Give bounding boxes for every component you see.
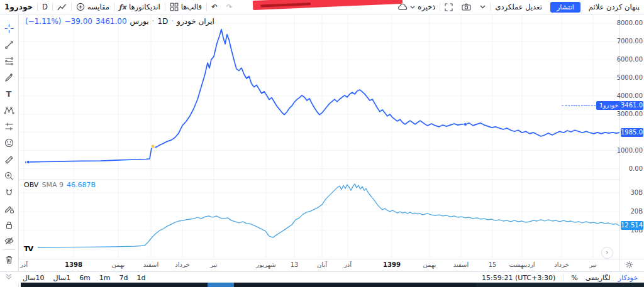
collapse-panel-button[interactable]: [4, 272, 13, 281]
legend-exchange: بورس: [130, 17, 149, 26]
legend-separator: ·: [171, 17, 174, 26]
trend-line-tool-button[interactable]: [2, 38, 16, 51]
indicators-label: اندیکاتورها: [129, 3, 160, 11]
auto-scale-button[interactable]: خودکار: [618, 274, 638, 282]
redo-button[interactable]: ↷: [222, 0, 237, 14]
log-scale-button[interactable]: لگاریتمی: [586, 274, 611, 282]
remove-drawings-button[interactable]: [2, 252, 16, 266]
price-axis-label: 8000.00: [617, 19, 643, 26]
price-axis-label: 3000.00: [617, 111, 643, 117]
crosshair-tool-button[interactable]: [2, 21, 16, 35]
fib-retracement-icon: [4, 56, 14, 67]
series-obv: [38, 184, 619, 247]
chart-type-button[interactable]: [53, 0, 71, 14]
pattern-tool-button[interactable]: [2, 103, 16, 117]
symbol-legend: ایران خودرو · 1D · بورس 3461.00 −39.00 (…: [25, 17, 214, 26]
smiley-icon: [4, 138, 14, 148]
trend-line-icon: [4, 40, 14, 50]
price-badge: 3461.00: [621, 101, 643, 110]
chevron-down-icon: [480, 5, 486, 9]
hide-marks-button[interactable]: پنهان کردن علائم: [584, 0, 644, 14]
long-short-position-icon: [4, 121, 14, 132]
price-chart[interactable]: [19, 14, 619, 259]
adjust-button[interactable]: تعدیل عملکردی: [491, 0, 547, 14]
time-axis[interactable]: آذر1398بهمناسفندخردادتیرشهریور13آبانآذر1…: [19, 259, 619, 271]
emoji-tool-button[interactable]: [2, 136, 16, 149]
crosshair-icon: [4, 23, 14, 34]
cloud-icon: [397, 3, 408, 11]
range-button[interactable]: 1d: [137, 274, 146, 282]
price-axis-label: 20B: [630, 208, 643, 215]
zoom-tool-button[interactable]: [2, 169, 16, 183]
price-axis-label: 6000.00: [617, 56, 643, 63]
divider: [19, 259, 644, 259]
brush-tool-button[interactable]: [2, 70, 16, 84]
symbol-button[interactable]: خودرو1: [0, 0, 37, 14]
indicator-params: SMA 9: [42, 181, 64, 189]
time-axis-label: 15: [489, 261, 497, 268]
measure-tool-button[interactable]: [2, 153, 16, 166]
time-axis-label: آذر: [20, 261, 28, 268]
more-dropdown-button[interactable]: [475, 0, 490, 14]
brush-icon: [4, 72, 14, 83]
legend-change: −39.00: [65, 17, 92, 26]
range-button[interactable]: 10سال: [23, 274, 45, 282]
toolbar-right-group: ذخیره تعدیل عملکردی انتشار پنهان کردن عل…: [393, 0, 644, 14]
range-button[interactable]: 7d: [119, 274, 128, 282]
indicator-name[interactable]: OBV: [24, 181, 38, 189]
time-axis-label: خرداد: [554, 261, 569, 268]
toolbar-left-group: خودرو1 D مقایسه ƒx اندیکاتورها قالب‌ها ↶…: [0, 0, 236, 14]
trash-icon: [4, 254, 14, 265]
taskbar-segment: [476, 283, 644, 287]
range-button[interactable]: 1سال: [53, 274, 71, 282]
percent-scale-button[interactable]: %: [571, 274, 577, 282]
plus-circle-icon: [76, 3, 85, 11]
lock-all-button[interactable]: [2, 218, 16, 232]
magnet-tool-button[interactable]: [2, 185, 16, 199]
legend-symbol-title[interactable]: ایران خودرو: [177, 17, 214, 26]
axis-settings-gear-icon[interactable]: [625, 261, 633, 269]
time-axis-label: بهمن: [423, 261, 436, 268]
legend-separator: ·: [152, 17, 155, 26]
go-to-realtime-button[interactable]: ›: [601, 247, 613, 259]
pane-separator[interactable]: [19, 180, 644, 180]
price-axis-label: 5000.00: [617, 74, 643, 81]
fx-icon: ƒx: [119, 3, 126, 11]
xabcd-pattern-icon: [4, 105, 14, 116]
price-axis[interactable]: 8000.007000.006000.005000.004000.003000.…: [619, 14, 644, 271]
price-axis-label: 4000.00: [617, 92, 643, 99]
drawing-toolbar: T: [0, 14, 19, 287]
indicators-button[interactable]: ƒx اندیکاتورها: [114, 0, 165, 14]
fib-tool-button[interactable]: [2, 54, 16, 68]
tradingview-logo[interactable]: TV: [24, 245, 33, 253]
magnet-icon: [4, 187, 14, 198]
time-axis-label: خرداد: [175, 261, 189, 268]
legend-interval[interactable]: 1D: [157, 17, 168, 26]
ruler-icon: [4, 154, 14, 165]
compare-button[interactable]: مقایسه: [72, 0, 114, 14]
range-button[interactable]: 1m: [99, 274, 111, 282]
fullscreen-button[interactable]: [440, 0, 457, 14]
zoom-in-icon: [4, 171, 14, 181]
camera-button[interactable]: [457, 0, 475, 14]
text-tool-button[interactable]: T: [2, 87, 16, 100]
publish-button[interactable]: انتشار: [550, 2, 580, 13]
price-axis-label: 0.00: [629, 165, 643, 172]
taskbar-strip: [21, 283, 644, 287]
legend-last-price: 3461.00: [96, 17, 127, 26]
bottom-toolbar: 10سال1سال6m1m7d1d 15:59:21 (UTC+3:30) % …: [0, 271, 644, 283]
position-tool-button[interactable]: [2, 119, 16, 133]
chart-marker: [464, 122, 467, 126]
hide-drawings-button[interactable]: [2, 234, 16, 247]
drawing-mode-button[interactable]: [2, 202, 16, 215]
pencil-lock-icon: [4, 203, 14, 214]
range-button[interactable]: 6m: [79, 274, 91, 282]
templates-button[interactable]: قالب‌ها: [165, 0, 206, 14]
clock[interactable]: 15:59:21 (UTC+3:30): [482, 274, 555, 282]
undo-button[interactable]: ↶: [207, 0, 222, 14]
bottom-right-group: 15:59:21 (UTC+3:30) % لگاریتمی خودکار: [482, 274, 644, 282]
time-axis-label: تیر: [589, 261, 596, 268]
time-axis-label: تیر: [210, 261, 217, 268]
taskbar-segment-blue: [208, 283, 234, 287]
interval-button[interactable]: D: [38, 0, 52, 14]
